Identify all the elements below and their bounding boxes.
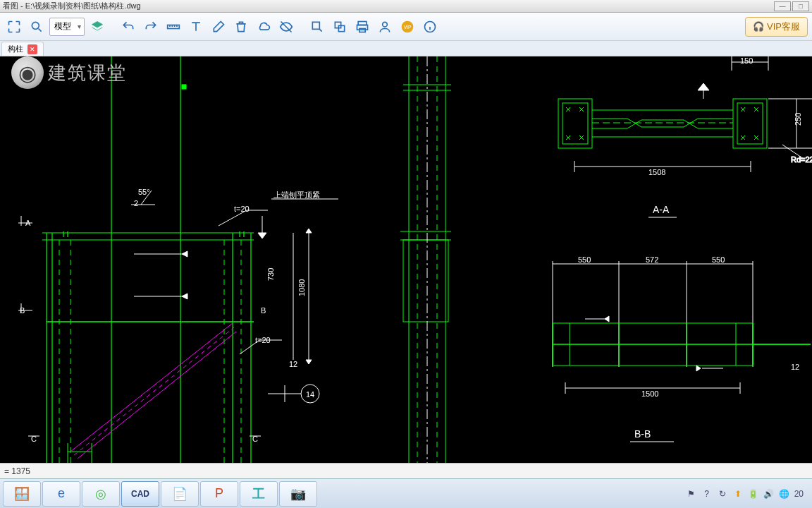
- redo-icon[interactable]: [141, 17, 161, 37]
- titlebar: 看图 - E:\视频录制资料\图纸\格构柱.dwg — □: [0, 0, 812, 13]
- fullscreen-icon[interactable]: [4, 17, 24, 37]
- svg-point-8: [383, 22, 388, 27]
- svg-text:550: 550: [712, 255, 725, 264]
- svg-text:C: C: [31, 435, 37, 443]
- system-tray: ⚑ ? ↻ ⬆ 🔋 🔊 🌐 20: [686, 488, 809, 500]
- tab-bar: 构柱 ✕: [0, 41, 812, 56]
- svg-text:A-A: A-A: [653, 204, 670, 215]
- tool-icon[interactable]: 工: [240, 481, 278, 507]
- start-button[interactable]: 🪟: [3, 481, 41, 507]
- hide-icon[interactable]: [276, 17, 296, 37]
- toolbar: 模型 VIP 🎧 VIP客服: [0, 13, 812, 41]
- battery-icon[interactable]: 🔋: [748, 488, 759, 500]
- layers-icon[interactable]: [87, 17, 107, 37]
- svg-text:C: C: [252, 435, 258, 443]
- search-icon[interactable]: [307, 17, 327, 37]
- app-title: 看图 - E:\视频录制资料\图纸\格构柱.dwg: [3, 1, 141, 11]
- svg-rect-83: [562, 103, 588, 144]
- drawing-canvas[interactable]: ◉ 建筑课堂: [0, 56, 812, 463]
- maximize-button[interactable]: □: [792, 1, 809, 11]
- camera-icon[interactable]: 📷: [279, 481, 317, 507]
- cad-app-icon[interactable]: CAD: [121, 481, 159, 507]
- user-icon[interactable]: [375, 17, 395, 37]
- svg-text:1080: 1080: [297, 279, 306, 296]
- eraser-icon[interactable]: [209, 17, 228, 37]
- update-tray-icon[interactable]: ⬆: [732, 488, 744, 500]
- model-select[interactable]: 模型: [49, 18, 85, 36]
- copy-icon[interactable]: [330, 17, 350, 37]
- clock[interactable]: 20: [794, 489, 804, 499]
- browser-icon[interactable]: ◎: [82, 481, 120, 507]
- svg-text:14: 14: [306, 390, 314, 399]
- svg-rect-82: [733, 99, 767, 148]
- notes-icon[interactable]: 📄: [161, 481, 199, 507]
- svg-line-33: [70, 323, 233, 452]
- svg-text:Rd=22: Rd=22: [791, 155, 812, 164]
- svg-text:1508: 1508: [648, 168, 665, 176]
- svg-rect-2: [312, 22, 319, 29]
- cad-drawing: A B B C C 55° 2 上端刨平顶紧 t=20 t=20 1080 73…: [0, 56, 812, 463]
- zoom-icon[interactable]: [27, 17, 47, 37]
- svg-text:55°: 55°: [138, 188, 150, 196]
- svg-point-0: [32, 22, 39, 29]
- svg-line-34: [78, 332, 236, 459]
- svg-line-35: [74, 327, 234, 455]
- svg-text:t=20: t=20: [255, 336, 271, 344]
- svg-text:VIP: VIP: [404, 25, 412, 30]
- text-icon[interactable]: [186, 17, 206, 37]
- network-icon[interactable]: 🌐: [779, 488, 790, 500]
- cloud-icon[interactable]: [254, 17, 273, 37]
- minimize-button[interactable]: —: [774, 1, 791, 11]
- measure-icon[interactable]: [164, 17, 183, 37]
- document-tab[interactable]: 构柱 ✕: [1, 42, 44, 56]
- flag-icon[interactable]: ⚑: [686, 488, 697, 500]
- svg-text:250: 250: [794, 113, 802, 126]
- command-line[interactable]: = 1375: [0, 463, 812, 478]
- delete-icon[interactable]: [231, 17, 251, 37]
- svg-text:B: B: [20, 306, 25, 315]
- svg-text:2: 2: [134, 199, 138, 207]
- svg-rect-14: [182, 85, 186, 89]
- volume-icon[interactable]: 🔊: [763, 488, 775, 500]
- svg-text:572: 572: [646, 255, 658, 264]
- svg-text:t=20: t=20: [234, 205, 250, 213]
- svg-text:550: 550: [578, 255, 591, 264]
- svg-text:12: 12: [791, 363, 799, 371]
- watermark: ◉ 建筑课堂: [11, 56, 127, 89]
- svg-text:1500: 1500: [641, 389, 658, 398]
- taskbar: 🪟 e ◎ CAD 📄 P 工 📷 ⚑ ? ↻ ⬆ 🔋 🔊 🌐 20: [0, 478, 812, 508]
- print-icon[interactable]: [352, 17, 372, 37]
- watermark-logo-icon: ◉: [11, 56, 44, 89]
- svg-rect-77: [403, 240, 448, 322]
- svg-text:B-B: B-B: [634, 428, 651, 440]
- vip-service-button[interactable]: 🎧 VIP客服: [745, 17, 808, 37]
- close-tab-icon[interactable]: ✕: [27, 44, 37, 54]
- undo-icon[interactable]: [118, 17, 138, 37]
- vip-badge-icon[interactable]: VIP: [398, 17, 417, 37]
- svg-text:12: 12: [289, 360, 297, 368]
- headset-icon: 🎧: [753, 21, 764, 32]
- svg-text:150: 150: [740, 56, 753, 65]
- svg-rect-84: [737, 103, 763, 144]
- sync-tray-icon[interactable]: ↻: [717, 488, 728, 500]
- help-tray-icon[interactable]: ?: [701, 488, 713, 500]
- svg-text:上端刨平顶紧: 上端刨平顶紧: [273, 190, 320, 199]
- ie-icon[interactable]: e: [42, 481, 80, 507]
- svg-rect-81: [558, 99, 592, 148]
- svg-text:730: 730: [266, 268, 275, 281]
- info-icon[interactable]: [420, 17, 440, 37]
- svg-text:B: B: [261, 306, 266, 315]
- svg-text:A: A: [25, 219, 31, 227]
- powerpoint-icon[interactable]: P: [200, 481, 238, 507]
